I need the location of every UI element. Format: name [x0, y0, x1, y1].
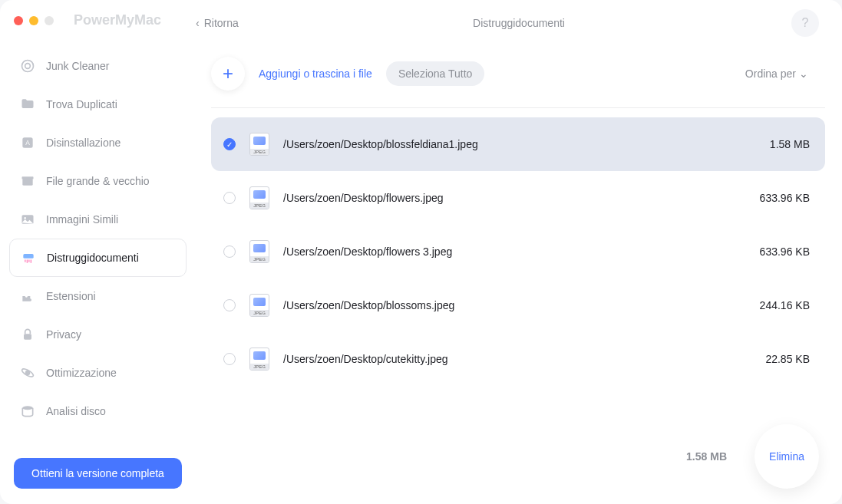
- svg-rect-8: [23, 254, 33, 259]
- back-label: Ritorna: [204, 17, 239, 29]
- file-size: 633.96 KB: [760, 192, 810, 204]
- help-icon: ?: [802, 16, 809, 30]
- jpeg-file-icon: JPEG: [249, 133, 269, 156]
- jpeg-file-icon: JPEG: [249, 186, 269, 209]
- sidebar-item-label: Disinstallazione: [46, 137, 121, 149]
- sidebar-item-junk-cleaner[interactable]: Junk Cleaner: [9, 47, 187, 85]
- svg-rect-5: [22, 176, 34, 179]
- app-window: PowerMyMac Junk CleanerTrova DuplicatiAD…: [0, 0, 842, 504]
- jpeg-file-icon: JPEG: [249, 348, 269, 371]
- svg-rect-13: [24, 334, 31, 340]
- lock-icon: [20, 327, 35, 342]
- file-path: /Users/zoen/Desktop/flowers.jpeg: [283, 192, 760, 204]
- full-version-button[interactable]: Ottieni la versione completa: [14, 458, 182, 489]
- file-path: /Users/zoen/Desktop/flowers 3.jpeg: [283, 245, 760, 258]
- select-all-button[interactable]: Seleziona Tutto: [386, 61, 485, 86]
- file-path: /Users/zoen/Desktop/cutekitty.jpeg: [283, 353, 765, 365]
- app-icon: A: [20, 135, 35, 150]
- sidebar-item-label: Privacy: [46, 328, 81, 341]
- total-size: 1.58 MB: [686, 450, 727, 463]
- back-button[interactable]: ‹ Ritorna: [196, 17, 239, 29]
- jpeg-file-icon: JPEG: [249, 294, 269, 317]
- page-title: Distruggidocumenti: [473, 17, 565, 29]
- sidebar-item-analisi-disco[interactable]: Analisi disco: [9, 392, 187, 430]
- sidebar-item-label: Distruggidocumenti: [47, 252, 139, 264]
- file-checkbox[interactable]: [223, 245, 236, 258]
- toolbar: + Aggiungi o trascina i file Seleziona T…: [196, 46, 842, 107]
- svg-point-1: [25, 64, 31, 69]
- traffic-lights: [14, 16, 54, 25]
- sort-label: Ordina per: [745, 68, 796, 80]
- sort-button[interactable]: Ordina per ⌄: [745, 68, 808, 80]
- sidebar-item-ottimizzazione[interactable]: Ottimizzazione: [9, 354, 187, 392]
- orbit-icon: [20, 365, 35, 380]
- shredder-icon: [21, 250, 36, 265]
- sidebar-item-label: Estensioni: [46, 290, 96, 302]
- plus-icon: +: [223, 63, 233, 84]
- chevron-left-icon: ‹: [196, 17, 200, 29]
- svg-point-14: [26, 371, 30, 375]
- sidebar-item-label: Ottimizzazione: [46, 367, 117, 379]
- close-window-button[interactable]: [14, 16, 23, 25]
- sidebar-item-trova-duplicati[interactable]: Trova Duplicati: [9, 85, 187, 124]
- add-file-label[interactable]: Aggiungi o trascina i file: [259, 68, 372, 80]
- sidebar-item-label: File grande & vecchio: [46, 175, 150, 187]
- minimize-window-button[interactable]: [29, 16, 38, 25]
- maximize-window-button[interactable]: [45, 16, 54, 25]
- svg-rect-4: [22, 179, 32, 186]
- sidebar-header: PowerMyMac: [0, 12, 196, 47]
- file-size: 244.16 KB: [760, 299, 810, 311]
- image-icon: [20, 212, 35, 227]
- file-row[interactable]: JPEG/Users/zoen/Desktop/blossfeldiana1.j…: [211, 117, 825, 171]
- file-row[interactable]: JPEG/Users/zoen/Desktop/blossoms.jpeg244…: [211, 278, 825, 332]
- file-size: 633.96 KB: [760, 245, 810, 258]
- sidebar-item-file-grande-vecchio[interactable]: File grande & vecchio: [9, 162, 187, 200]
- folder-icon: [20, 97, 35, 112]
- disk-icon: [20, 404, 35, 419]
- svg-point-7: [24, 217, 26, 219]
- sidebar-item-label: Analisi disco: [46, 405, 106, 417]
- box-icon: [20, 173, 35, 189]
- file-path: /Users/zoen/Desktop/blossfeldiana1.jpeg: [283, 138, 770, 150]
- sidebar-item-label: Trova Duplicati: [46, 98, 117, 110]
- svg-text:A: A: [25, 139, 30, 147]
- header: ‹ Ritorna Distruggidocumenti ?: [196, 0, 842, 46]
- svg-point-16: [22, 406, 32, 410]
- chevron-down-icon: ⌄: [799, 68, 808, 80]
- sidebar-item-disinstallazione[interactable]: ADisinstallazione: [9, 124, 187, 162]
- sidebar-nav: Junk CleanerTrova DuplicatiADisinstallaz…: [0, 47, 196, 449]
- jpeg-file-icon: JPEG: [249, 240, 269, 263]
- file-checkbox[interactable]: [223, 353, 236, 365]
- file-checkbox[interactable]: [223, 138, 236, 150]
- file-checkbox[interactable]: [223, 299, 236, 311]
- sidebar-item-immagini-simili[interactable]: Immagini Simili: [9, 200, 187, 239]
- sidebar-item-privacy[interactable]: Privacy: [9, 315, 187, 354]
- sidebar: PowerMyMac Junk CleanerTrova DuplicatiAD…: [0, 0, 196, 504]
- delete-button[interactable]: Elimina: [754, 424, 819, 489]
- footer: 1.58 MB Elimina: [686, 424, 819, 489]
- puzzle-icon: [20, 288, 35, 304]
- sidebar-item-label: Junk Cleaner: [46, 60, 110, 72]
- target-icon: [20, 58, 35, 74]
- sidebar-item-estensioni[interactable]: Estensioni: [9, 277, 187, 315]
- file-path: /Users/zoen/Desktop/blossoms.jpeg: [283, 299, 760, 311]
- file-row[interactable]: JPEG/Users/zoen/Desktop/flowers.jpeg633.…: [211, 171, 825, 225]
- file-checkbox[interactable]: [223, 192, 236, 204]
- file-size: 22.85 KB: [765, 353, 810, 365]
- main-panel: ‹ Ritorna Distruggidocumenti ? + Aggiung…: [196, 0, 842, 504]
- file-row[interactable]: JPEG/Users/zoen/Desktop/flowers 3.jpeg63…: [211, 225, 825, 278]
- help-button[interactable]: ?: [791, 9, 819, 37]
- file-size: 1.58 MB: [770, 138, 810, 150]
- svg-point-0: [22, 61, 34, 72]
- add-file-button[interactable]: +: [211, 57, 245, 91]
- app-title: PowerMyMac: [74, 12, 161, 28]
- file-row[interactable]: JPEG/Users/zoen/Desktop/cutekitty.jpeg22…: [211, 332, 825, 386]
- sidebar-item-label: Immagini Simili: [46, 213, 118, 226]
- sidebar-item-distruggidocumenti[interactable]: Distruggidocumenti: [9, 239, 187, 277]
